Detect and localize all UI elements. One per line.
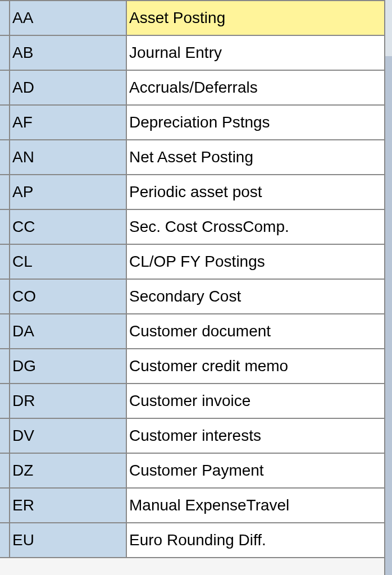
description-cell[interactable]: Secondary Cost [127,280,392,313]
description-cell[interactable]: Periodic asset post [127,175,392,209]
row-gutter[interactable] [0,454,10,487]
code-cell[interactable]: AA [10,1,127,35]
table-row[interactable]: CLCL/OP FY Postings [0,245,392,280]
code-cell[interactable]: DA [10,314,127,348]
table-row[interactable]: ADAccruals/Deferrals [0,71,392,106]
code-cell[interactable]: DR [10,384,127,418]
description-cell[interactable]: Customer document [127,314,392,348]
table-row[interactable]: AFDepreciation Pstngs [0,106,392,140]
row-gutter[interactable] [0,71,10,104]
code-cell[interactable]: AF [10,106,127,139]
code-cell[interactable]: ER [10,489,127,522]
table-row[interactable]: DRCustomer invoice [0,384,392,419]
code-cell[interactable]: DV [10,419,127,453]
description-cell[interactable]: Sec. Cost CrossComp. [127,210,392,244]
code-cell[interactable]: DG [10,349,127,383]
row-gutter[interactable] [0,314,10,348]
table-row[interactable]: APPeriodic asset post [0,175,392,210]
description-cell[interactable]: Asset Posting [127,1,392,35]
code-cell[interactable]: AD [10,71,127,104]
row-gutter[interactable] [0,175,10,209]
row-gutter[interactable] [0,523,10,557]
table-row[interactable]: DACustomer document [0,314,392,349]
table-row[interactable]: DZCustomer Payment [0,454,392,489]
code-cell[interactable]: DZ [10,454,127,487]
row-gutter[interactable] [0,245,10,279]
row-gutter[interactable] [0,210,10,244]
row-gutter[interactable] [0,489,10,522]
row-gutter[interactable] [0,280,10,313]
code-cell[interactable]: CC [10,210,127,244]
description-cell[interactable]: Customer interests [127,419,392,453]
table-row[interactable]: COSecondary Cost [0,280,392,314]
code-cell[interactable]: EU [10,523,127,557]
description-cell[interactable]: Customer Payment [127,454,392,487]
code-cell[interactable]: AB [10,36,127,70]
code-cell[interactable]: AP [10,175,127,209]
description-cell[interactable]: Customer invoice [127,384,392,418]
row-gutter[interactable] [0,349,10,383]
row-gutter[interactable] [0,36,10,70]
description-cell[interactable]: Net Asset Posting [127,140,392,174]
description-cell[interactable]: Euro Rounding Diff. [127,523,392,557]
table-row[interactable]: EUEuro Rounding Diff. [0,523,392,558]
document-type-table[interactable]: AAAsset PostingABJournal EntryADAccruals… [0,0,392,558]
table-row[interactable]: AAAsset Posting [0,1,392,36]
description-cell[interactable]: Accruals/Deferrals [127,71,392,104]
description-cell[interactable]: Customer credit memo [127,349,392,383]
description-cell[interactable]: Journal Entry [127,36,392,70]
description-cell[interactable]: Manual ExpenseTravel [127,489,392,522]
table-row[interactable]: ABJournal Entry [0,36,392,71]
table-row[interactable]: CCSec. Cost CrossComp. [0,210,392,245]
row-gutter[interactable] [0,140,10,174]
row-gutter[interactable] [0,419,10,453]
table-row[interactable]: DGCustomer credit memo [0,349,392,384]
table-row[interactable]: ANNet Asset Posting [0,140,392,175]
code-cell[interactable]: CL [10,245,127,279]
row-gutter[interactable] [0,106,10,139]
scrollbar[interactable] [384,56,392,575]
description-cell[interactable]: Depreciation Pstngs [127,106,392,139]
row-gutter[interactable] [0,384,10,418]
code-cell[interactable]: CO [10,280,127,313]
description-cell[interactable]: CL/OP FY Postings [127,245,392,279]
code-cell[interactable]: AN [10,140,127,174]
table-row[interactable]: ERManual ExpenseTravel [0,489,392,523]
table-row[interactable]: DVCustomer interests [0,419,392,454]
row-gutter[interactable] [0,1,10,35]
